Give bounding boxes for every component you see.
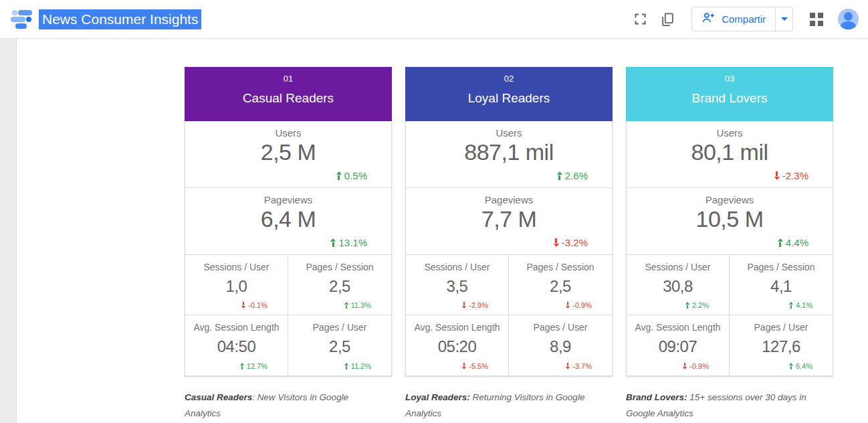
avatar-person-icon xyxy=(844,12,853,21)
avg-session-length-scorecard[interactable]: Avg. Session Length 09:07 -0.9% xyxy=(627,315,730,375)
sessions-per-user-scorecard[interactable]: Sessions / User 3,5 -2.9% xyxy=(406,255,509,315)
pageviews-scorecard[interactable]: Pageviews 7,7 M -3.2% xyxy=(406,188,612,255)
pages-per-user-scorecard[interactable]: Pages / User 2,5 11.2% xyxy=(288,315,391,375)
delta-badge: -3.2% xyxy=(554,237,588,248)
delta-badge: 6.4% xyxy=(789,362,812,370)
grid-view-icon[interactable] xyxy=(810,13,823,26)
arrow-down-icon xyxy=(462,363,466,369)
datastudio-logo-icon[interactable] xyxy=(9,9,33,30)
delta-badge: 4.4% xyxy=(778,237,808,248)
report-title[interactable]: News Consumer Insights xyxy=(39,9,201,29)
avatar[interactable] xyxy=(838,9,859,29)
card-number: 03 xyxy=(626,74,833,84)
arrow-up-icon xyxy=(789,302,793,309)
card-title: Brand Lovers xyxy=(626,91,833,106)
card-number: 01 xyxy=(185,74,392,84)
delta-badge: 11.3% xyxy=(344,301,371,309)
avg-session-length-scorecard[interactable]: Avg. Session Length 04:50 12.7% xyxy=(185,315,288,375)
share-dropdown-button[interactable] xyxy=(775,7,792,31)
arrow-up-icon xyxy=(344,363,348,369)
pages-per-user-scorecard[interactable]: Pages / User 127,6 6.4% xyxy=(730,315,833,375)
arrow-up-icon xyxy=(336,171,342,180)
arrow-down-icon xyxy=(241,302,245,309)
users-scorecard[interactable]: Users 2,5 M 0.5% xyxy=(185,121,391,188)
footnote-loyal-readers: Loyal Readers: Returning Visitors in Goo… xyxy=(405,390,590,422)
delta-badge: -2.9% xyxy=(462,301,488,309)
arrow-up-icon xyxy=(240,363,244,369)
app-header: News Consumer Insights xyxy=(0,0,868,39)
avg-session-length-scorecard[interactable]: Avg. Session Length 05:20 -5.5% xyxy=(406,315,509,375)
users-scorecard[interactable]: Users 80,1 mil -2.3% xyxy=(627,121,833,188)
segment-card-casual-readers: 01 Casual Readers Users 2,5 M 0.5% Pagev… xyxy=(185,67,392,376)
delta-badge: -3.7% xyxy=(566,362,592,370)
copy-pages-icon[interactable] xyxy=(660,12,675,27)
card-number: 02 xyxy=(405,74,613,84)
delta-badge: 0.5% xyxy=(336,170,367,181)
pageviews-scorecard[interactable]: Pageviews 10,5 M 4.4% xyxy=(627,188,833,255)
arrow-up-icon xyxy=(330,238,336,247)
segment-card-brand-lovers: 03 Brand Lovers Users 80,1 mil -2.3% Pag… xyxy=(626,67,833,376)
arrow-up-icon xyxy=(685,302,689,309)
arrow-up-icon xyxy=(557,171,562,180)
delta-badge: 2.2% xyxy=(685,301,709,309)
share-button[interactable]: Compartir xyxy=(691,7,793,31)
pages-per-session-scorecard[interactable]: Pages / Session 4,1 4.1% xyxy=(730,255,833,315)
card-header-loyal-readers[interactable]: 02 Loyal Readers xyxy=(405,67,613,121)
arrow-down-icon xyxy=(683,363,687,369)
arrow-up-icon xyxy=(344,302,348,309)
delta-badge: -0.1% xyxy=(241,301,267,309)
delta-badge: 2.6% xyxy=(557,170,588,181)
footnote-brand-lovers: Brand Lovers: 15+ sessions over 30 days … xyxy=(626,390,810,422)
fullscreen-icon[interactable] xyxy=(633,12,647,27)
share-button-label: Compartir xyxy=(722,13,766,25)
arrow-up-icon xyxy=(778,238,783,247)
arrow-down-icon xyxy=(774,171,780,180)
chevron-down-icon xyxy=(781,17,788,21)
canvas-left-gutter xyxy=(0,39,17,423)
delta-badge: 4.1% xyxy=(789,301,812,309)
pages-per-session-scorecard[interactable]: Pages / Session 2,5 11.3% xyxy=(288,255,391,315)
delta-badge: -0.9% xyxy=(683,362,709,370)
card-title: Casual Readers xyxy=(185,91,392,106)
person-add-icon xyxy=(701,11,716,27)
card-title: Loyal Readers xyxy=(405,91,613,106)
pages-per-session-scorecard[interactable]: Pages / Session 2,5 -0.9% xyxy=(509,255,612,315)
share-button-main[interactable]: Compartir xyxy=(692,7,775,31)
sessions-per-user-scorecard[interactable]: Sessions / User 30,8 2.2% xyxy=(627,255,730,315)
delta-badge: -5.5% xyxy=(462,362,488,370)
users-scorecard[interactable]: Users 887,1 mil 2.6% xyxy=(406,121,612,188)
delta-badge: -0.9% xyxy=(566,301,592,309)
sessions-per-user-scorecard[interactable]: Sessions / User 1,0 -0.1% xyxy=(185,255,288,315)
footnote-casual-readers: Casual Readers: New Visitors in Google A… xyxy=(185,390,369,422)
card-header-brand-lovers[interactable]: 03 Brand Lovers xyxy=(626,67,833,121)
delta-badge: 13.1% xyxy=(330,237,367,248)
segment-card-loyal-readers: 02 Loyal Readers Users 887,1 mil 2.6% Pa… xyxy=(405,67,613,376)
card-header-casual-readers[interactable]: 01 Casual Readers xyxy=(185,67,392,121)
arrow-down-icon xyxy=(566,302,570,309)
arrow-up-icon xyxy=(789,363,793,369)
pages-per-user-scorecard[interactable]: Pages / User 8,9 -3.7% xyxy=(509,315,612,375)
pageviews-scorecard[interactable]: Pageviews 6,4 M 13.1% xyxy=(185,188,391,255)
delta-badge: 11.2% xyxy=(344,362,371,370)
arrow-down-icon xyxy=(554,238,559,247)
report-canvas: 01 Casual Readers Users 2,5 M 0.5% Pagev… xyxy=(0,39,868,423)
delta-badge: -2.3% xyxy=(774,170,808,181)
arrow-down-icon xyxy=(566,363,570,369)
delta-badge: 12.7% xyxy=(240,362,267,370)
arrow-down-icon xyxy=(462,302,466,309)
